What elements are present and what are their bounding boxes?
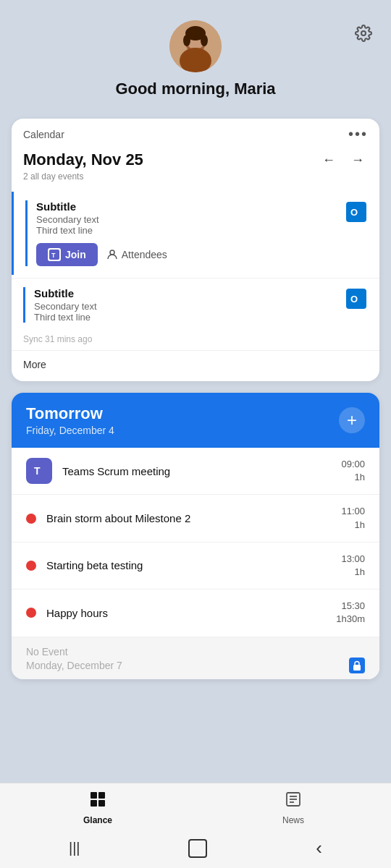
- tomorrow-title: Tomorrow: [26, 404, 114, 423]
- calendar-section-label: Calendar: [23, 129, 64, 140]
- svg-point-7: [201, 35, 208, 46]
- event-name-3: Starting beta testing: [46, 559, 341, 571]
- bottom-nav: Glance News ||| ‹: [0, 783, 391, 868]
- tomorrow-event-1[interactable]: T Teams Scrum meeting 09:00 1h: [12, 448, 379, 495]
- event-time-3: 13:00 1h: [341, 553, 365, 579]
- event-dot-3: [26, 561, 36, 571]
- svg-rect-21: [98, 800, 105, 807]
- greeting: Good morning, Maria: [115, 80, 275, 98]
- calendar-prev-button[interactable]: ←: [319, 150, 339, 170]
- event-2-content: Subtitle Secondary text Third text line: [34, 287, 339, 323]
- glance-icon: [89, 791, 106, 812]
- next-date-row: Monday, December 7: [26, 658, 365, 673]
- event-2-app-icon: O: [345, 287, 368, 310]
- tomorrow-card: Tomorrow Friday, December 4 + T Teams Sc…: [12, 393, 379, 679]
- calendar-nav: ← →: [319, 150, 368, 170]
- back-nav-button[interactable]: ‹: [316, 837, 322, 859]
- svg-point-6: [183, 35, 190, 46]
- event-name-4: Happy hours: [46, 607, 336, 619]
- event-2-title: Subtitle: [34, 287, 339, 299]
- event-time-1: 09:00 1h: [341, 458, 365, 484]
- menu-nav-button[interactable]: |||: [69, 840, 80, 856]
- no-event-section: No Event Monday, December 7: [12, 637, 379, 679]
- event-2-secondary: Secondary text: [34, 301, 339, 312]
- calendar-event-2: Subtitle Secondary text Third text line …: [12, 278, 379, 331]
- calendar-date: Monday, Nov 25: [23, 150, 143, 169]
- news-label: News: [282, 815, 304, 825]
- event-1-third: Third text line: [36, 225, 339, 236]
- tomorrow-subtitle: Friday, December 4: [26, 425, 114, 436]
- svg-text:T: T: [34, 465, 41, 477]
- event-1-title: Subtitle: [36, 200, 339, 213]
- join-button[interactable]: T Join: [36, 243, 98, 266]
- svg-rect-20: [91, 800, 97, 807]
- tomorrow-events-list: T Teams Scrum meeting 09:00 1h Brain sto…: [12, 448, 379, 679]
- event-name-1: Teams Scrum meeting: [62, 465, 341, 477]
- svg-point-10: [110, 250, 114, 255]
- svg-rect-19: [98, 792, 105, 799]
- all-day-events-label: 2 all day events: [12, 171, 379, 189]
- join-label: Join: [65, 249, 86, 260]
- settings-icon[interactable]: [350, 20, 377, 46]
- home-nav-button[interactable]: [188, 839, 207, 858]
- header: Good morning, Maria: [0, 0, 391, 113]
- more-label[interactable]: More: [23, 359, 46, 370]
- no-event-label: No Event: [26, 646, 365, 658]
- attendees-button[interactable]: Attendees: [106, 249, 167, 260]
- lock-icon: [349, 658, 365, 673]
- calendar-event-1: Subtitle Secondary text Third text line …: [12, 192, 379, 275]
- next-date-text: Monday, December 7: [26, 660, 122, 671]
- event-1-content: Subtitle Secondary text Third text line …: [36, 200, 339, 266]
- calendar-header-row: Calendar •••: [12, 119, 379, 144]
- tomorrow-header-text: Tomorrow Friday, December 4: [26, 404, 114, 436]
- svg-rect-18: [91, 792, 97, 799]
- tab-news[interactable]: News: [196, 791, 391, 825]
- svg-point-0: [361, 31, 366, 35]
- tomorrow-event-4[interactable]: Happy hours 15:30 1h30m: [12, 590, 379, 637]
- sync-text: Sync 31 mins ago: [12, 331, 379, 350]
- more-row[interactable]: More: [12, 350, 379, 381]
- calendar-date-row: Monday, Nov 25 ← →: [12, 144, 379, 171]
- event-name-2: Brain storm about Milestone 2: [46, 512, 341, 524]
- tomorrow-header: Tomorrow Friday, December 4 +: [12, 393, 379, 448]
- outlook-icon-1: O: [346, 202, 366, 222]
- event-1-secondary: Secondary text: [36, 214, 339, 225]
- tomorrow-event-3[interactable]: Starting beta testing 13:00 1h: [12, 542, 379, 590]
- add-event-button[interactable]: +: [339, 407, 365, 433]
- outlook-icon-2: O: [346, 289, 366, 309]
- news-icon: [285, 791, 302, 812]
- event-2-third: Third text line: [34, 312, 339, 323]
- teams-icon: T: [26, 458, 52, 484]
- event-dot-4: [26, 608, 36, 618]
- attendees-label: Attendees: [122, 249, 167, 260]
- event-time-2: 11:00 1h: [341, 505, 365, 531]
- teams-icon-join: T: [48, 248, 61, 261]
- system-nav: ||| ‹: [0, 830, 391, 868]
- tab-glance[interactable]: Glance: [0, 791, 196, 825]
- svg-rect-17: [353, 665, 361, 671]
- event-1-app-icon: O: [345, 200, 368, 224]
- nav-tabs: Glance News: [0, 783, 391, 830]
- calendar-more-button[interactable]: •••: [348, 126, 368, 142]
- calendar-card: Calendar ••• Monday, Nov 25 ← → 2 all da…: [12, 119, 379, 381]
- event-time-4: 15:30 1h30m: [336, 600, 365, 626]
- calendar-next-button[interactable]: →: [348, 150, 368, 170]
- event-1-actions: T Join Attendees: [36, 243, 339, 266]
- svg-text:O: O: [350, 294, 358, 305]
- glance-label: Glance: [83, 815, 112, 825]
- avatar: [169, 20, 222, 72]
- tomorrow-event-2[interactable]: Brain storm about Milestone 2 11:00 1h: [12, 495, 379, 542]
- svg-text:O: O: [350, 207, 358, 218]
- event-dot-2: [26, 514, 36, 524]
- svg-text:T: T: [51, 252, 56, 259]
